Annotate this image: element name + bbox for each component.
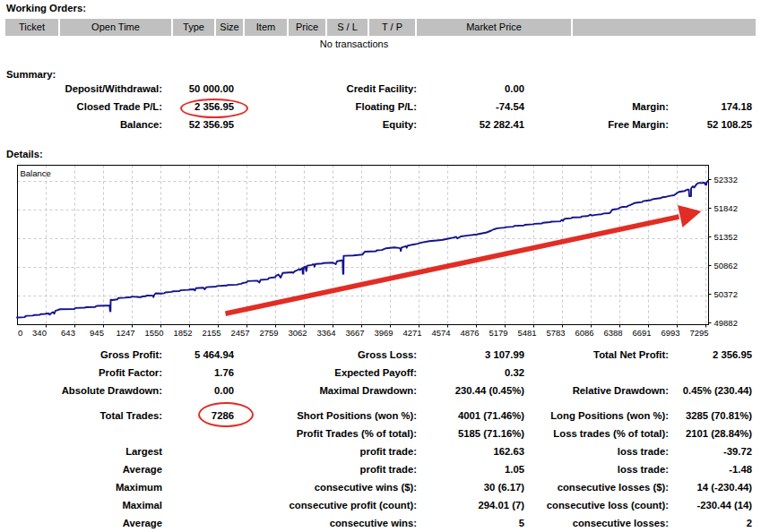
svg-text:6388: 6388	[603, 328, 622, 338]
svg-text:49882: 49882	[714, 318, 738, 328]
svg-text:2457: 2457	[230, 328, 249, 338]
svg-text:52332: 52332	[714, 175, 738, 184]
svg-text:5783: 5783	[546, 328, 565, 338]
svg-text:50372: 50372	[714, 289, 738, 299]
svg-text:4271: 4271	[402, 328, 421, 338]
svg-text:3062: 3062	[288, 328, 307, 338]
svg-text:6691: 6691	[632, 328, 651, 338]
svg-text:Balance: Balance	[21, 168, 51, 178]
svg-text:7295: 7295	[689, 328, 708, 338]
svg-text:1852: 1852	[173, 328, 192, 338]
svg-text:2155: 2155	[202, 328, 221, 338]
svg-text:6993: 6993	[661, 328, 679, 338]
svg-text:5481: 5481	[517, 328, 536, 338]
svg-text:340: 340	[32, 328, 47, 338]
svg-text:5179: 5179	[489, 328, 507, 338]
svg-text:6086: 6086	[575, 328, 593, 338]
svg-text:945: 945	[90, 328, 104, 338]
svg-text:2759: 2759	[259, 328, 278, 338]
svg-text:3969: 3969	[374, 328, 393, 338]
svg-text:51352: 51352	[714, 232, 738, 242]
svg-text:4574: 4574	[431, 328, 450, 338]
svg-text:4876: 4876	[460, 328, 479, 338]
svg-text:3364: 3364	[316, 328, 335, 338]
svg-text:51842: 51842	[714, 203, 738, 213]
svg-text:50862: 50862	[714, 261, 738, 270]
svg-text:0: 0	[18, 328, 22, 338]
svg-text:1550: 1550	[144, 328, 163, 338]
svg-text:1247: 1247	[116, 328, 134, 338]
svg-text:643: 643	[61, 328, 75, 338]
svg-text:3667: 3667	[345, 328, 364, 338]
